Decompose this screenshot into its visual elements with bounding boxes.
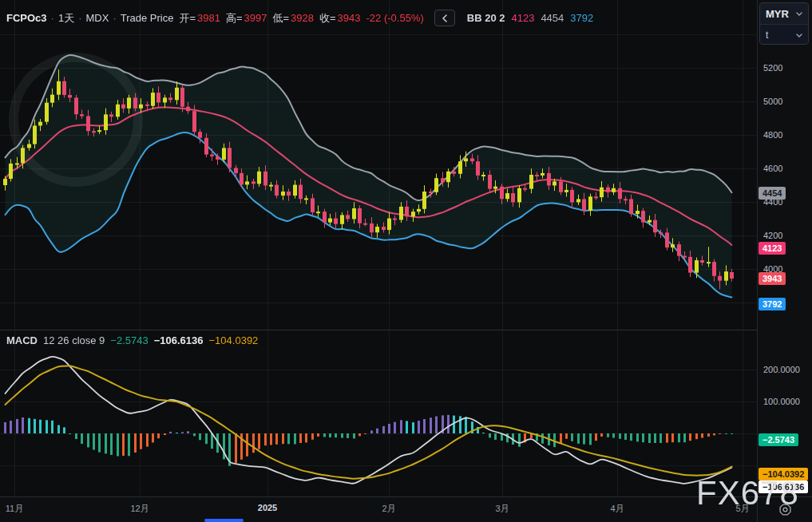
currency-value: MYR bbox=[766, 8, 789, 20]
price-badge: 3792 bbox=[759, 298, 786, 310]
time-axis-label: 4月 bbox=[610, 503, 624, 515]
macd-tick-label: 200.0000 bbox=[763, 365, 800, 374]
macd-signal-value: −104.0392 bbox=[209, 334, 259, 346]
legend-separator: · bbox=[78, 12, 81, 24]
ohlc-high: 高= 3997 bbox=[226, 11, 267, 26]
price-axis[interactable]: MYR t 5200500048004600440042004000200.00… bbox=[757, 0, 812, 522]
settings-gear-icon[interactable] bbox=[778, 503, 792, 516]
legend-separator: · bbox=[51, 12, 54, 24]
price-change: -22 (-0.55%) bbox=[366, 12, 424, 24]
bb-upper-value: 4454 bbox=[541, 12, 564, 24]
price-badge: 4454 bbox=[759, 187, 786, 200]
axis-corner bbox=[757, 496, 812, 522]
interval-label[interactable]: 1天 bbox=[58, 11, 74, 26]
symbol-legend: FCPOc3 · 1天 · MDX · Trade Price 开= 3981 … bbox=[6, 10, 593, 26]
ohlc-close: 收= 3943 bbox=[319, 11, 361, 26]
macd-hist-value: −2.5743 bbox=[110, 334, 148, 346]
symbol-name[interactable]: FCPOc3 bbox=[6, 12, 47, 24]
chevron-left-icon bbox=[442, 14, 448, 22]
macd-title[interactable]: MACD bbox=[6, 334, 38, 346]
collapse-legend-button[interactable] bbox=[434, 10, 455, 26]
time-axis[interactable]: 11月12月20252月3月4月5月 bbox=[0, 496, 757, 522]
timeline-scrollbar-thumb[interactable] bbox=[204, 519, 244, 522]
unit-value: t bbox=[766, 30, 768, 41]
macd-badge: −2.5743 bbox=[759, 433, 798, 446]
pane-separator[interactable] bbox=[0, 330, 757, 330]
legend-separator: · bbox=[113, 12, 116, 24]
ohlc-low: 低= 3928 bbox=[272, 11, 314, 26]
price-badge: 4123 bbox=[759, 242, 786, 255]
price-badge: 3943 bbox=[759, 272, 786, 285]
time-axis-label: 2月 bbox=[382, 503, 395, 515]
price-tick-label: 5200 bbox=[763, 63, 782, 73]
unit-dropdown[interactable]: t bbox=[760, 24, 808, 45]
price-chart-canvas[interactable] bbox=[0, 0, 757, 330]
axis-settings-box: MYR t bbox=[759, 2, 809, 45]
exchange-label: MDX bbox=[86, 12, 109, 24]
macd-params: 12 26 close 9 bbox=[43, 334, 105, 346]
price-tick-label: 4800 bbox=[763, 130, 782, 140]
macd-tick-label: 100.0000 bbox=[763, 397, 800, 406]
currency-dropdown[interactable]: MYR bbox=[760, 3, 808, 24]
bb-lower-value: 3792 bbox=[570, 12, 593, 24]
macd-badge: −104.0392 bbox=[759, 468, 808, 480]
price-tick-label: 5000 bbox=[763, 97, 782, 106]
series-type-label: Trade Price bbox=[121, 12, 174, 24]
bb-basis-value: 4123 bbox=[511, 12, 534, 24]
bb-title: BB 20 2 bbox=[467, 12, 505, 24]
chevron-down-icon bbox=[796, 12, 802, 16]
chevron-down-icon bbox=[796, 34, 802, 38]
macd-chart-canvas[interactable] bbox=[0, 331, 757, 496]
time-axis-label: 3月 bbox=[495, 503, 509, 515]
time-axis-label: 12月 bbox=[130, 503, 149, 515]
time-axis-label: 5月 bbox=[735, 503, 749, 515]
ohlc-open: 开= 3981 bbox=[179, 11, 220, 26]
macd-badge: −106.6136 bbox=[759, 480, 808, 493]
time-axis-label: 2025 bbox=[258, 503, 277, 512]
time-axis-label: 11月 bbox=[6, 503, 23, 515]
price-tick-label: 4600 bbox=[763, 164, 782, 173]
trading-chart-app: FCPOc3 · 1天 · MDX · Trade Price 开= 3981 … bbox=[0, 0, 812, 522]
bb-legend[interactable]: BB 20 2 4123 4454 3792 bbox=[467, 12, 593, 24]
macd-line-value: −106.6136 bbox=[154, 334, 204, 346]
price-tick-label: 4200 bbox=[763, 231, 782, 240]
macd-legend: MACD 12 26 close 9 −2.5743 −106.6136 −10… bbox=[6, 334, 258, 346]
